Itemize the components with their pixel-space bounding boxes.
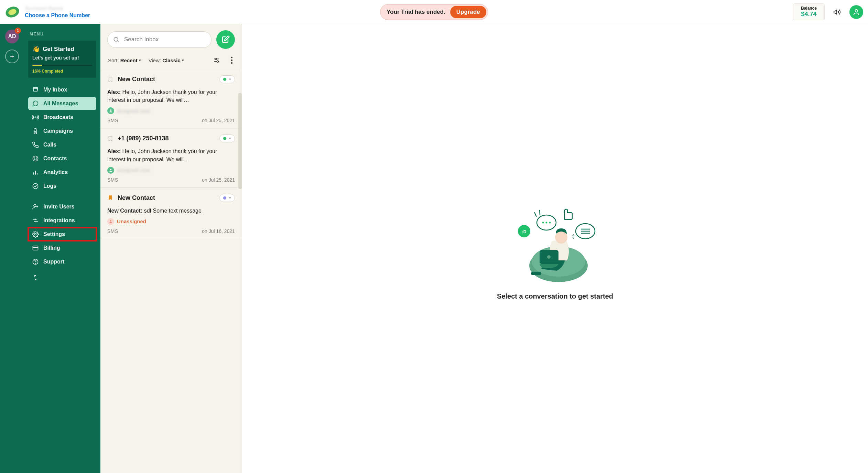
more-button[interactable] — [229, 55, 234, 65]
thread-item[interactable]: New Contact ▾ New Contact: sdf Some text… — [100, 188, 242, 239]
svg-point-18 — [35, 234, 36, 235]
svg-rect-19 — [33, 246, 38, 250]
filter-settings-button[interactable] — [211, 55, 222, 65]
bookmark-icon[interactable] — [107, 194, 113, 201]
thread-text: Hello, John Jackson thank you for your i… — [107, 89, 217, 103]
topbar: Account Name Choose a Phone Number Your … — [0, 0, 868, 24]
balance-box[interactable]: Balance $4.74 — [793, 3, 825, 20]
get-started-title: Get Started — [43, 46, 74, 53]
assignee-avatar-icon — [107, 107, 114, 114]
status-pill[interactable]: ▾ — [219, 135, 235, 142]
svg-point-38 — [555, 231, 567, 244]
workspace-rail: AD 1 — [0, 24, 24, 473]
sidebar-item-contacts[interactable]: Contacts — [28, 152, 96, 165]
svg-point-15 — [34, 204, 36, 207]
view-value: Classic — [162, 57, 181, 63]
ribbon-icon — [32, 127, 39, 135]
svg-point-32 — [110, 109, 111, 111]
svg-text::D: :D — [522, 229, 527, 234]
workspace-avatar[interactable]: AD 1 — [5, 30, 19, 43]
svg-point-14 — [33, 184, 38, 189]
svg-point-28 — [217, 61, 218, 62]
choose-phone-link[interactable]: Choose a Phone Number — [25, 12, 90, 19]
sidebar-item-integrations[interactable]: Integrations — [28, 214, 96, 227]
get-started-subtitle: Let's get you set up! — [32, 55, 92, 61]
filter-row: Sort: Recent ▾ View: Classic ▾ — [107, 55, 235, 65]
bookmark-icon[interactable] — [107, 76, 113, 83]
svg-point-44 — [542, 222, 544, 224]
svg-marker-2 — [834, 10, 837, 14]
status-dot-icon — [223, 137, 226, 140]
balance-label: Balance — [801, 6, 817, 11]
upgrade-button[interactable]: Upgrade — [450, 6, 486, 18]
trial-banner: Your Trial has ended. Upgrade — [380, 4, 488, 20]
sidebar-item-analytics[interactable]: Analytics — [28, 166, 96, 179]
status-pill[interactable]: ▾ — [219, 75, 235, 83]
svg-point-34 — [110, 220, 111, 222]
speaker-icon — [833, 8, 841, 16]
help-icon — [32, 258, 39, 266]
svg-point-27 — [215, 58, 217, 60]
sidebar-item-label: Invite Users — [43, 204, 75, 210]
broadcast-icon — [32, 114, 39, 121]
view-dropdown[interactable]: View: Classic ▾ — [149, 57, 184, 63]
status-dot-icon — [223, 78, 226, 81]
sidebar-item-invite-users[interactable]: Invite Users — [28, 200, 96, 213]
main-area: AD 1 MENU 👋 Get Started Let's get you se… — [0, 24, 868, 473]
compose-button[interactable] — [216, 30, 235, 49]
thread-item[interactable]: New Contact ▾ Alex: Hello, John Jackson … — [100, 69, 242, 128]
inbox-icon — [32, 86, 39, 94]
sidebar-item-collapse[interactable] — [28, 271, 96, 284]
sidebar-menu-title: MENU — [30, 32, 95, 36]
user-plus-icon — [32, 203, 39, 211]
thread-name: +1 (989) 250-8138 — [118, 135, 215, 142]
assignee-name: Assigned User — [117, 108, 151, 114]
sidebar-item-calls[interactable]: Calls — [28, 138, 96, 151]
inbox-list[interactable]: New Contact ▾ Alex: Hello, John Jackson … — [100, 69, 242, 473]
chat-icon — [32, 100, 39, 107]
sort-dropdown[interactable]: Sort: Recent ▾ — [108, 57, 141, 63]
sort-label: Sort: — [108, 57, 119, 63]
sidebar-item-label: Campaigns — [43, 128, 73, 134]
search-icon — [113, 36, 120, 43]
scrollbar[interactable] — [238, 93, 242, 189]
sidebar-item-support[interactable]: Support — [28, 255, 96, 268]
search-input[interactable] — [107, 31, 211, 48]
svg-point-10 — [36, 158, 37, 159]
sidebar-item-label: Logs — [43, 183, 56, 189]
svg-point-22 — [35, 263, 35, 264]
assignee-name: Assigned User — [117, 167, 151, 173]
profile-button[interactable] — [849, 5, 863, 19]
account-name: Account Name — [25, 5, 90, 12]
sidebar-item-broadcasts[interactable]: Broadcasts — [28, 111, 96, 124]
sidebar-item-logs[interactable]: Logs — [28, 180, 96, 193]
thread-channel: SMS — [107, 228, 118, 234]
thread-channel: SMS — [107, 177, 118, 183]
get-started-card[interactable]: 👋 Get Started Let's get you set up! 16% … — [28, 41, 96, 78]
thread-assignee: Assigned User — [107, 107, 235, 114]
assignee-avatar-icon — [107, 218, 114, 225]
svg-point-46 — [549, 222, 551, 224]
sidebar-item-label: Billing — [43, 245, 60, 251]
thread-item[interactable]: +1 (989) 250-8138 ▾ Alex: Hello, John Ja… — [100, 128, 242, 187]
compose-icon — [221, 35, 230, 44]
progress-bar — [32, 65, 92, 66]
empty-state-illustration: :D :) — [510, 197, 600, 286]
sidebar-item-billing[interactable]: Billing — [28, 241, 96, 255]
bookmark-icon[interactable] — [107, 135, 113, 142]
sidebar-item-campaigns[interactable]: Campaigns — [28, 125, 96, 138]
sidebar-item-my-inbox[interactable]: My Inbox — [28, 83, 96, 96]
svg-point-30 — [231, 60, 232, 61]
account-block: Account Name Choose a Phone Number — [25, 5, 90, 18]
chevron-down-icon: ▾ — [229, 77, 231, 82]
status-pill[interactable]: ▾ — [219, 194, 235, 202]
sound-button[interactable] — [830, 5, 844, 19]
svg-point-40 — [547, 255, 551, 259]
bars-icon — [32, 169, 39, 176]
sidebar-item-label: Contacts — [43, 155, 67, 162]
sidebar-item-all-messages[interactable]: All Messages — [28, 97, 96, 110]
app-logo[interactable] — [5, 4, 20, 20]
chevron-down-icon: ▾ — [229, 196, 231, 200]
sidebar-item-settings[interactable]: Settings — [28, 228, 96, 241]
add-workspace-button[interactable] — [5, 50, 19, 63]
